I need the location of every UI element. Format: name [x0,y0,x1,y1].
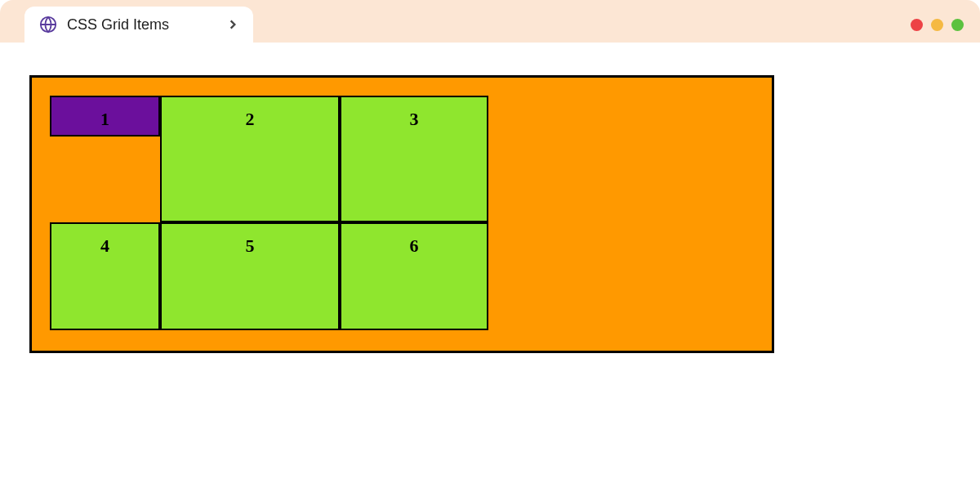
tab-title: CSS Grid Items [67,16,169,34]
globe-icon [39,16,57,34]
browser-tab[interactable]: CSS Grid Items [24,7,253,43]
grid-item-1: 1 [50,96,160,137]
chevron-right-icon [227,19,238,30]
window-minimize-button[interactable] [931,19,943,31]
grid-item-2: 2 [160,96,340,222]
grid-item-4: 4 [50,222,160,330]
window-close-button[interactable] [911,19,923,31]
window-maximize-button[interactable] [951,19,964,31]
page-content: 1 2 3 4 5 6 [0,43,980,386]
grid-item-5: 5 [160,222,340,330]
window-controls [911,19,964,31]
grid-item-3: 3 [340,96,488,222]
browser-chrome: CSS Grid Items [0,0,980,43]
grid-container: 1 2 3 4 5 6 [29,75,774,353]
grid-item-6: 6 [340,222,488,330]
